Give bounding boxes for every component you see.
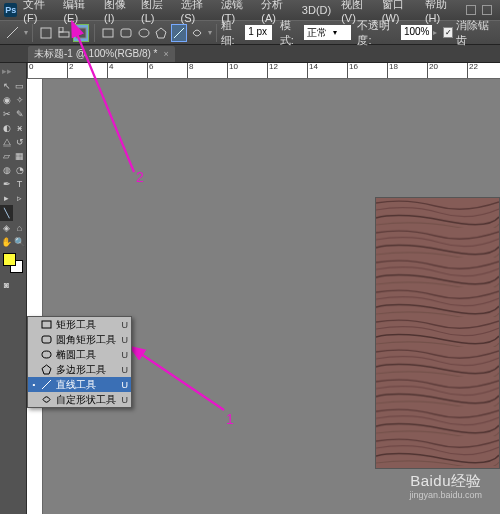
shape-custom-icon[interactable] xyxy=(189,24,205,42)
menu-file[interactable]: 文件(F) xyxy=(23,0,53,24)
svg-rect-1 xyxy=(41,28,51,38)
options-bar: ▾ ▾ 粗细: 1 px 模式: 正常 不透明度: 100% ▸ ✓ 消除锯齿 xyxy=(0,20,500,45)
menu-bar: Ps 文件(F) 编辑(E) 图像(I) 图层(L) 选择(S) 滤镜(T) 分… xyxy=(0,0,500,20)
ruler-tick: 18 xyxy=(387,63,398,79)
history-brush[interactable]: ↺ xyxy=(13,135,26,149)
workspace: ▸▸ ↖▭ ◉✧ ✂✎ ◐ӿ ⧋↺ ▱▦ ◍◔ ✒T ▸▹ ╲ ◈⌂ ✋🔍 ◙ … xyxy=(0,63,500,514)
svg-rect-5 xyxy=(103,29,113,37)
svg-point-14 xyxy=(42,351,51,358)
paths-btn[interactable] xyxy=(56,24,72,42)
flyout-item-poly[interactable]: 多边形工具U xyxy=(28,362,131,377)
menu-image[interactable]: 图像(I) xyxy=(104,0,131,24)
opacity-field[interactable]: 100% xyxy=(401,25,433,40)
menu-select[interactable]: 选择(S) xyxy=(181,0,212,24)
shape-line-icon[interactable] xyxy=(171,24,187,42)
camera-tool[interactable]: ⌂ xyxy=(13,221,26,235)
flyout-label: 矩形工具 xyxy=(56,318,118,332)
canvas[interactable] xyxy=(43,79,500,514)
menu-edit[interactable]: 编辑(E) xyxy=(63,0,94,24)
ruler-h: 024681012141618202224 xyxy=(27,63,500,79)
doc-tab[interactable]: 未标题-1 @ 100%(RGB/8) * × xyxy=(28,46,175,62)
marquee-tool[interactable]: ▭ xyxy=(13,79,26,93)
opacity-label: 不透明度: xyxy=(357,18,397,48)
watermark: Baidu经验 jingyan.baidu.com xyxy=(409,471,482,502)
collapse-handle[interactable]: ▸▸ xyxy=(0,63,13,79)
pen-tool[interactable]: ✒ xyxy=(0,177,13,191)
flyout-shortcut: U xyxy=(122,335,129,345)
window-controls xyxy=(466,5,492,15)
toolbox: ▸▸ ↖▭ ◉✧ ✂✎ ◐ӿ ⧋↺ ▱▦ ◍◔ ✒T ▸▹ ╲ ◈⌂ ✋🔍 ◙ xyxy=(0,63,27,514)
dodge-tool[interactable]: ◔ xyxy=(13,163,26,177)
path-select[interactable]: ▸ xyxy=(0,191,13,205)
close-icon[interactable]: × xyxy=(164,49,169,59)
gradient-tool[interactable]: ▦ xyxy=(13,149,26,163)
svg-rect-4 xyxy=(76,28,86,38)
ruler-tick: 4 xyxy=(107,63,113,79)
stamp-tool[interactable]: ⧋ xyxy=(0,135,13,149)
antialias-checkbox[interactable]: ✓ xyxy=(443,27,453,38)
ruler-tick: 14 xyxy=(307,63,318,79)
eyedropper-tool[interactable]: ✎ xyxy=(13,107,26,121)
flyout-label: 直线工具 xyxy=(56,378,118,392)
move-tool[interactable]: ↖ xyxy=(0,79,13,93)
antialias-label: 消除锯齿 xyxy=(456,18,494,48)
line-icon xyxy=(41,379,52,390)
flyout-item-custom[interactable]: 自定形状工具U xyxy=(28,392,131,407)
shape-rect-icon[interactable] xyxy=(100,24,116,42)
lasso-tool[interactable]: ◉ xyxy=(0,93,13,107)
ruler-tick: 6 xyxy=(147,63,153,79)
color-swatch[interactable] xyxy=(3,253,23,273)
flyout-item-rect[interactable]: 矩形工具U xyxy=(28,317,131,332)
ruler-tick: 20 xyxy=(427,63,438,79)
shape-rrect-icon[interactable] xyxy=(118,24,134,42)
fill-pixels-btn[interactable] xyxy=(73,24,89,42)
svg-point-7 xyxy=(139,29,149,37)
type-tool[interactable]: T xyxy=(13,177,26,191)
custom-icon xyxy=(41,394,52,405)
svg-line-16 xyxy=(42,380,51,389)
ruler-tick: 10 xyxy=(227,63,238,79)
direct-select[interactable]: ▹ xyxy=(13,191,26,205)
weight-field[interactable]: 1 px xyxy=(245,25,272,40)
menu-help[interactable]: 帮助(H) xyxy=(425,0,456,24)
min-icon[interactable] xyxy=(466,5,476,15)
shape-layer-btn[interactable] xyxy=(38,24,54,42)
svg-line-0 xyxy=(7,27,18,38)
ellipse-icon xyxy=(41,349,52,360)
shape-poly-icon[interactable] xyxy=(153,24,169,42)
svg-line-9 xyxy=(174,28,184,38)
flyout-item-ellipse[interactable]: 椭圆工具U xyxy=(28,347,131,362)
heal-tool[interactable]: ◐ xyxy=(0,121,13,135)
zoom-tool[interactable]: 🔍 xyxy=(13,235,26,249)
ruler-tick: 2 xyxy=(67,63,73,79)
crop-tool[interactable]: ✂ xyxy=(0,107,13,121)
eraser-tool[interactable]: ▱ xyxy=(0,149,13,163)
flyout-label: 自定形状工具 xyxy=(56,393,118,407)
flyout-item-line[interactable]: •直线工具U xyxy=(28,377,131,392)
svg-marker-15 xyxy=(42,365,51,374)
rect-icon xyxy=(41,319,52,330)
wood-texture-image xyxy=(375,197,500,469)
flyout-shortcut: U xyxy=(122,365,129,375)
flyout-shortcut: U xyxy=(122,380,129,390)
flyout-item-rrect[interactable]: 圆角矩形工具U xyxy=(28,332,131,347)
fg-color[interactable] xyxy=(3,253,16,266)
flyout-label: 椭圆工具 xyxy=(56,348,118,362)
brush-tool[interactable]: ӿ xyxy=(13,121,26,135)
max-icon[interactable] xyxy=(482,5,492,15)
dot-icon: • xyxy=(31,380,37,389)
tool-preset-icon[interactable] xyxy=(6,25,20,41)
menu-layer[interactable]: 图层(L) xyxy=(141,0,171,24)
blur-tool[interactable]: ◍ xyxy=(0,163,13,177)
quickmask[interactable]: ◙ xyxy=(0,277,13,293)
shape-tool-flyout: 矩形工具U圆角矩形工具U椭圆工具U多边形工具U•直线工具U自定形状工具U xyxy=(27,316,132,408)
wand-tool[interactable]: ✧ xyxy=(13,93,26,107)
3d-tool[interactable]: ◈ xyxy=(0,221,13,235)
mode-select[interactable]: 正常 xyxy=(304,25,351,40)
shape-ellipse-icon[interactable] xyxy=(136,24,152,42)
hand-tool[interactable]: ✋ xyxy=(0,235,13,249)
shape-tool[interactable]: ╲ xyxy=(0,205,13,221)
ruler-tick: 16 xyxy=(347,63,358,79)
menu-3d[interactable]: 3D(D) xyxy=(302,4,331,16)
doc-tabs: 未标题-1 @ 100%(RGB/8) * × xyxy=(0,45,500,63)
